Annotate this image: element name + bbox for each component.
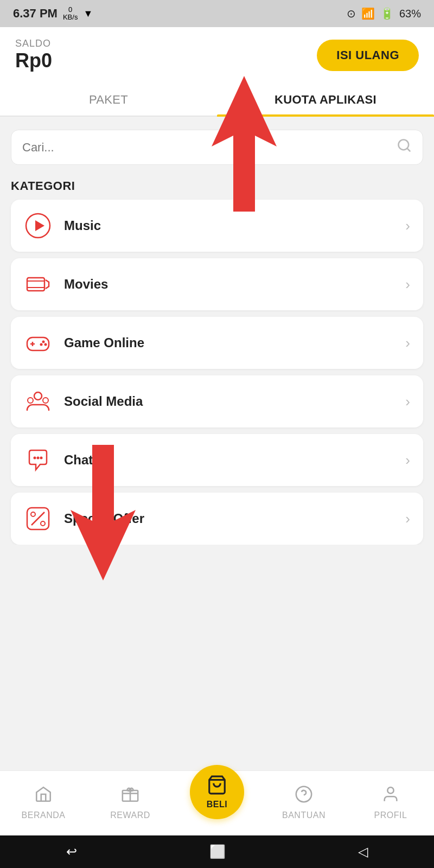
tab-bar: PAKET KUOTA APLIKASI <box>0 81 434 117</box>
nav-reward[interactable]: REWARD <box>87 785 174 826</box>
search-input[interactable] <box>22 141 390 155</box>
svg-point-22 <box>41 521 45 526</box>
svg-point-14 <box>28 398 33 403</box>
nav-beranda[interactable]: BERANDA <box>0 785 87 826</box>
music-label: Music <box>64 218 393 233</box>
beranda-label: BERANDA <box>22 810 66 820</box>
status-time: 6.37 PM <box>13 7 58 21</box>
svg-point-17 <box>37 457 40 459</box>
cart-icon <box>207 775 227 800</box>
svg-line-20 <box>31 512 44 525</box>
gift-icon <box>121 785 139 808</box>
music-icon <box>24 212 52 240</box>
battery-icon: 🔋 <box>380 7 394 20</box>
svg-point-15 <box>43 398 48 403</box>
reward-label: REWARD <box>110 810 150 820</box>
isi-ulang-button[interactable]: ISI ULANG <box>317 40 419 71</box>
search-box <box>11 130 423 165</box>
search-section <box>0 117 434 174</box>
nav-profil[interactable]: PROFIL <box>347 785 434 826</box>
spacer <box>0 545 434 770</box>
offer-icon <box>24 505 52 533</box>
game-label: Game Online <box>64 335 393 350</box>
saldo-section: SALDO Rp0 <box>15 38 52 72</box>
svg-point-12 <box>40 343 43 346</box>
user-icon <box>381 785 400 808</box>
offer-chevron: › <box>405 510 410 527</box>
search-icon <box>397 138 412 157</box>
recents-btn[interactable]: ◁ <box>358 844 368 859</box>
profil-label: PROFIL <box>374 810 407 820</box>
category-movies[interactable]: Movies › <box>11 258 423 310</box>
category-social-media[interactable]: Social Media › <box>11 375 423 427</box>
svg-point-11 <box>44 343 47 346</box>
wifi-icon: ⊙ <box>347 7 356 20</box>
nav-bantuan[interactable]: BANTUAN <box>260 785 347 826</box>
music-chevron: › <box>405 218 410 234</box>
social-label: Social Media <box>64 394 393 409</box>
kategori-section: KATEGORI <box>0 174 434 200</box>
chat-icon <box>24 446 52 474</box>
offer-label: Special Offer <box>64 511 393 526</box>
saldo-label: SALDO <box>15 38 52 49</box>
svg-point-18 <box>40 457 43 459</box>
category-game-online[interactable]: Game Online › <box>11 317 423 369</box>
movies-chevron: › <box>405 276 410 293</box>
svg-point-10 <box>42 341 45 343</box>
category-list: Music › Movies › <box>0 200 434 545</box>
tab-paket[interactable]: PAKET <box>0 81 217 116</box>
status-bar: 6.37 PM 0 KB/s ▼ ⊙ 📶 🔋 63% <box>0 0 434 27</box>
game-icon <box>24 329 52 357</box>
movies-label: Movies <box>64 277 393 292</box>
svg-point-13 <box>34 392 42 400</box>
movies-icon <box>24 270 52 298</box>
signal-icon: 📶 <box>361 7 375 20</box>
dropdown-icon: ▼ <box>83 8 93 20</box>
kb-value: 0 <box>68 6 72 14</box>
category-special-offer[interactable]: Special Offer › <box>11 493 423 545</box>
battery-percent: 63% <box>399 8 421 20</box>
tab-kuota-aplikasi[interactable]: KUOTA APLIKASI <box>217 81 434 116</box>
svg-marker-3 <box>35 220 44 231</box>
home-btn[interactable]: ⬜ <box>209 844 226 859</box>
category-music[interactable]: Music › <box>11 200 423 252</box>
back-btn[interactable]: ↩ <box>66 844 77 859</box>
help-icon <box>295 785 313 808</box>
header: SALDO Rp0 ISI ULANG <box>0 27 434 81</box>
svg-point-31 <box>387 787 393 793</box>
svg-point-16 <box>34 457 36 459</box>
beli-circle: BELI <box>190 765 244 819</box>
home-icon <box>34 785 53 808</box>
kb-label: KB/s <box>63 14 78 21</box>
chat-chevron: › <box>405 452 410 469</box>
social-icon <box>24 387 52 416</box>
nav-beli[interactable]: BELI <box>174 787 260 825</box>
saldo-amount: Rp0 <box>15 49 52 72</box>
category-chat[interactable]: Chat › <box>11 434 423 486</box>
bantuan-label: BANTUAN <box>282 810 326 820</box>
svg-rect-4 <box>27 278 44 291</box>
system-bar: ↩ ⬜ ◁ <box>0 835 434 868</box>
beli-label: BELI <box>207 800 227 809</box>
social-chevron: › <box>405 393 410 410</box>
svg-point-29 <box>296 787 311 802</box>
chat-label: Chat <box>64 452 393 468</box>
svg-point-21 <box>31 512 35 516</box>
bottom-nav: BERANDA REWARD <box>0 770 434 835</box>
svg-line-1 <box>407 148 410 151</box>
game-chevron: › <box>405 335 410 352</box>
kategori-label: KATEGORI <box>11 179 75 193</box>
